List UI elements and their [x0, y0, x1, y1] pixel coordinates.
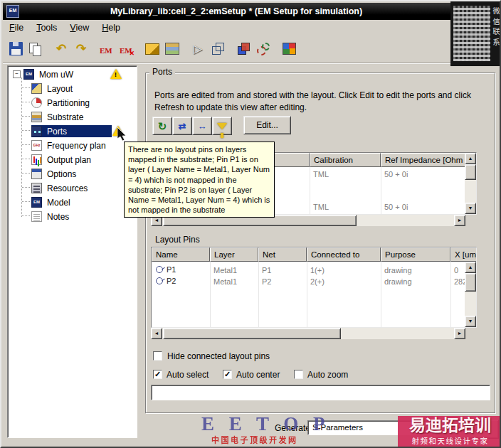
sparam-col-header-ref-impedance[interactable]: Ref Impedance [Ohm	[381, 153, 477, 167]
layout-pin-row[interactable]: P2 Metal1 P2 2(+) drawing 2820	[152, 277, 465, 288]
lp-col-header-layer[interactable]: Layer	[210, 247, 258, 262]
port-icon	[156, 277, 163, 284]
lp-col-header-x-um[interactable]: X [um]	[450, 247, 477, 262]
view-3d-icon[interactable]	[208, 39, 228, 59]
scroll-right-icon[interactable]	[454, 215, 465, 226]
sidebar-item-frequency-plan[interactable]: Frequency plan	[31, 139, 108, 151]
ports-warning-tooltip: There are no layout pins on layers mappe…	[124, 142, 275, 218]
tree-expander-icon[interactable]: −	[13, 70, 21, 78]
layout-pin-row[interactable]: P1 Metal1 P1 1(+) drawing 0	[152, 265, 465, 277]
sidebar-item-substrate[interactable]: Substrate	[31, 111, 85, 123]
layout-pins-table: Name Layer Net Connected to Purpose X [u…	[151, 247, 477, 328]
options-icon	[31, 169, 42, 179]
ports-icon	[31, 126, 42, 137]
warning-icon-root[interactable]	[110, 69, 122, 79]
menu-view[interactable]: View	[63, 21, 95, 34]
scroll-left-icon[interactable]	[151, 328, 162, 339]
qr-pattern	[453, 6, 490, 61]
em-delete-icon[interactable]	[117, 39, 137, 59]
mesh-setup-icon[interactable]	[279, 39, 299, 59]
far-field-cube-icon[interactable]	[233, 39, 253, 59]
port-editor-icon[interactable]	[142, 39, 162, 59]
warning-icon-ports[interactable]	[112, 126, 124, 136]
generate-value: S-Parameters	[312, 423, 363, 432]
scroll-thumb[interactable]	[163, 328, 341, 339]
scroll-thumb[interactable]	[465, 273, 476, 292]
sparam-col-header-calibration[interactable]: Calibration	[310, 153, 381, 167]
scroll-up-icon[interactable]	[465, 153, 476, 164]
sidebar-item-resources[interactable]: Resources	[31, 182, 90, 194]
edit-button[interactable]: Edit...	[243, 116, 291, 134]
lp-vertical-scrollbar[interactable]	[465, 262, 476, 327]
ports-group-label: Ports	[149, 67, 175, 77]
lp-col-header-purpose[interactable]: Purpose	[381, 247, 450, 262]
menu-help[interactable]: Help	[95, 21, 127, 34]
auto-center-label: Auto center	[236, 370, 280, 380]
sidebar-item-ports[interactable]: Ports	[31, 125, 112, 137]
job-manager-icon[interactable]	[253, 39, 273, 59]
sidebar-item-options[interactable]: Options	[31, 168, 78, 180]
em-icon	[23, 69, 34, 80]
status-input[interactable]	[151, 385, 490, 400]
substrate-editor-icon[interactable]	[162, 39, 182, 59]
port-icon	[156, 266, 163, 273]
toolbar: ↶ ↷ ▷	[3, 35, 498, 63]
window-title: MyLibrary_lib:cell_2_2:emSetup * (EM Set…	[46, 6, 427, 16]
auto-zoom-checkbox[interactable]	[294, 370, 303, 379]
em-setup-window: EM MyLibrary_lib:cell_2_2:emSetup * (EM …	[0, 0, 501, 448]
scroll-thumb[interactable]	[465, 164, 476, 180]
auto-center-checkbox[interactable]	[223, 370, 232, 379]
em-app-icon: EM	[6, 5, 19, 18]
copy-icon[interactable]	[26, 39, 46, 59]
ghz-icon	[31, 140, 42, 151]
ports-description: Ports are edited from and stored with th…	[154, 90, 482, 114]
chevron-down-icon[interactable]	[416, 422, 428, 434]
redo-icon[interactable]: ↷	[71, 39, 91, 59]
filter-icon[interactable]	[212, 117, 232, 135]
qr-caption: 微信联系	[491, 7, 501, 48]
sidebar-item-layout[interactable]: Layout	[31, 82, 75, 95]
sidebar-tree: − Mom uW Layout Partitioning Substrate P…	[7, 65, 137, 438]
em-setup-icon[interactable]	[97, 39, 117, 59]
sidebar-item-notes[interactable]: Notes	[31, 210, 71, 223]
transfer-ports-icon[interactable]: ⇄	[172, 117, 192, 135]
sparam-vertical-scrollbar[interactable]	[465, 153, 476, 214]
simulate-icon[interactable]: ▷	[188, 39, 208, 59]
layout-pins-title: Layout Pins	[155, 235, 200, 245]
auto-select-label: Auto select	[167, 370, 209, 380]
lp-horizontal-scrollbar[interactable]	[151, 328, 465, 339]
menu-tools[interactable]: Tools	[30, 21, 63, 34]
scroll-right-icon[interactable]	[454, 328, 465, 339]
hide-connected-checkbox[interactable]	[153, 351, 162, 361]
resources-icon	[31, 183, 42, 193]
lp-col-header-connected-to[interactable]: Connected to	[307, 247, 381, 262]
sidebar-item-partitioning[interactable]: Partitioning	[31, 97, 92, 109]
menu-file[interactable]: File	[3, 21, 30, 34]
layout-icon	[31, 83, 42, 94]
sidebar-item-output-plan[interactable]: Output plan	[31, 154, 93, 166]
sync-ports-icon[interactable]: ↔	[192, 117, 212, 135]
auto-zoom-label: Auto zoom	[307, 370, 348, 380]
scroll-down-icon[interactable]	[465, 203, 476, 214]
lp-col-header-name[interactable]: Name	[152, 247, 210, 262]
notes-icon	[31, 211, 42, 222]
refresh-icon[interactable]: ↻	[152, 117, 172, 135]
undo-icon[interactable]: ↶	[51, 39, 71, 59]
hide-connected-label: Hide connected layout pins	[167, 351, 270, 361]
partitioning-icon	[31, 97, 42, 108]
sidebar-item-model[interactable]: Model	[31, 196, 73, 208]
qr-code-overlay: 微信联系	[450, 1, 501, 66]
auto-select-checkbox[interactable]	[153, 370, 162, 379]
menubar: File Tools View Help	[3, 21, 498, 35]
output-plan-icon	[31, 154, 42, 165]
model-icon	[31, 197, 42, 208]
titlebar[interactable]: EM MyLibrary_lib:cell_2_2:emSetup * (EM …	[3, 3, 498, 20]
sidebar-item-root[interactable]: − Mom uW	[13, 68, 75, 80]
scroll-down-icon[interactable]	[465, 316, 476, 327]
substrate-icon	[31, 112, 42, 122]
lp-col-header-net[interactable]: Net	[258, 247, 307, 262]
simulate-button[interactable]: Simulate	[434, 420, 499, 439]
scroll-up-icon[interactable]	[465, 262, 476, 273]
generate-combobox[interactable]: S-Parameters	[307, 420, 429, 435]
save-icon[interactable]	[6, 39, 26, 59]
